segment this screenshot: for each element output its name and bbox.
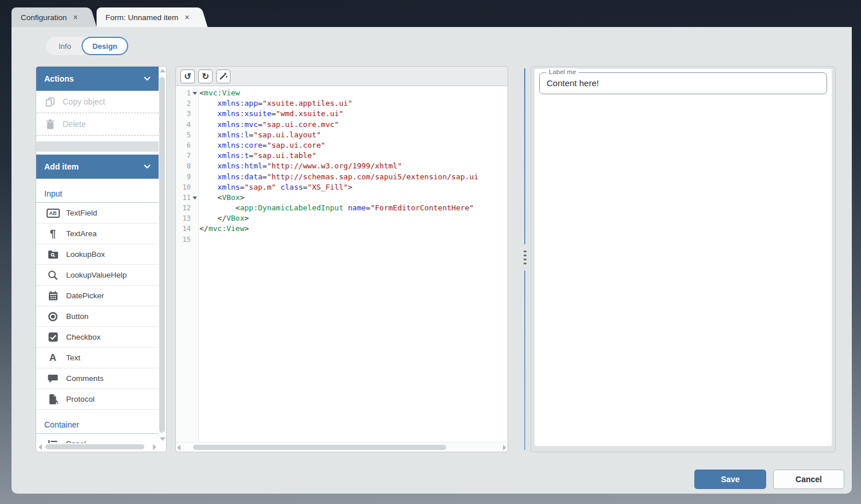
line-number: 6 — [176, 140, 198, 151]
chevron-down-icon — [144, 76, 151, 81]
close-icon[interactable]: × — [184, 13, 189, 21]
undo-button[interactable]: ↺ — [180, 70, 195, 83]
line-number: 10 — [176, 182, 198, 193]
text-icon: A — [42, 353, 64, 363]
action-copy-object[interactable]: Copy object — [36, 91, 159, 113]
code-line: xmlns:app="xsuite.apptiles.ui" — [199, 98, 508, 109]
add-item-datepicker[interactable]: DatePicker — [36, 286, 159, 306]
item-label: Button — [66, 312, 89, 321]
action-delete[interactable]: Delete — [36, 113, 159, 136]
tab-form-unnamed-item[interactable]: Form: Unnamed item × — [97, 7, 198, 27]
field-value[interactable]: Content here! — [547, 78, 820, 88]
comments-icon — [42, 374, 64, 383]
add-item-comments[interactable]: Comments — [36, 368, 159, 389]
close-icon[interactable]: × — [73, 13, 78, 21]
toggle-option-info[interactable]: Info — [46, 42, 82, 51]
scrollbar-thumb[interactable] — [45, 444, 144, 449]
scrollbar-thumb[interactable] — [159, 77, 165, 433]
scroll-right-arrow-icon[interactable] — [503, 445, 506, 451]
main-content: Info Design Actions Copy objectDelete Ad… — [11, 27, 852, 494]
code-line: xmlns:mvc="sap.ui.core.mvc" — [199, 120, 508, 130]
datepicker-icon — [42, 291, 64, 301]
button-icon — [42, 311, 64, 322]
line-number: 7 — [176, 151, 198, 161]
code-line: xmlns:data="http://schemas.sap.com/sapui… — [199, 172, 508, 182]
code-line — [199, 234, 508, 245]
sidebar-scroll-area: Actions Copy objectDelete Add item Input… — [36, 67, 159, 443]
add-item-textarea[interactable]: ¶TextArea — [36, 224, 159, 244]
info-design-toggle: Info Design — [46, 37, 128, 55]
line-number: 15 — [176, 234, 198, 245]
item-label: TextField — [66, 209, 97, 217]
textfield-icon: AB — [42, 209, 64, 218]
add-item-section-header[interactable]: Add item — [36, 155, 159, 179]
sidebar-vertical-scrollbar[interactable] — [159, 68, 166, 442]
code-line: xmlns="sap.m" class="XS_Fill"> — [199, 182, 508, 193]
tab-configuration[interactable]: Configuration × — [11, 7, 86, 27]
checkbox-icon — [42, 332, 64, 342]
panel-splitter[interactable] — [520, 66, 530, 452]
scroll-left-arrow-icon[interactable] — [39, 444, 42, 450]
scroll-right-arrow-icon[interactable] — [153, 444, 156, 450]
scroll-down-arrow-icon[interactable] — [160, 437, 166, 441]
item-label: Comments — [66, 374, 103, 383]
section-label-container: Container — [36, 417, 159, 434]
action-label: Copy object — [63, 97, 105, 106]
redo-icon: ↻ — [202, 71, 209, 82]
splitter-grip-icon[interactable] — [521, 244, 528, 271]
code-text[interactable]: <mvc:View xmlns:app="xsuite.apptiles.ui"… — [199, 88, 508, 441]
add-item-protocol[interactable]: Protocol — [36, 389, 159, 410]
add-item-lookupvaluehelp[interactable]: LookupValueHelp — [36, 265, 159, 286]
sidebar-horizontal-scrollbar[interactable] — [37, 443, 157, 451]
actions-section-header[interactable]: Actions — [36, 67, 159, 91]
sidebar-panel: Actions Copy objectDelete Add item Input… — [36, 66, 167, 452]
scroll-left-arrow-icon[interactable] — [177, 445, 180, 451]
scroll-up-arrow-icon[interactable] — [160, 69, 166, 72]
item-label: Text — [66, 353, 80, 362]
line-number: 12 — [176, 203, 198, 213]
editor-horizontal-scrollbar[interactable] — [176, 442, 508, 452]
lookupbox-icon — [42, 250, 64, 259]
dynamic-labeled-input[interactable]: Label me Content here! — [539, 72, 827, 94]
undo-icon: ↺ — [184, 71, 191, 82]
line-number: 11 — [176, 193, 198, 203]
code-line: xmlns:core="sap.ui.core" — [199, 140, 508, 151]
save-button[interactable]: Save — [694, 470, 766, 489]
copy-icon — [44, 97, 56, 107]
line-number: 8 — [176, 161, 198, 171]
sidebar-spacer — [36, 141, 159, 152]
fold-caret-icon[interactable] — [193, 197, 197, 199]
add-item-panel[interactable]: Panel — [36, 434, 159, 443]
cancel-button[interactable]: Cancel — [773, 470, 844, 489]
trash-icon — [44, 120, 56, 129]
add-item-button[interactable]: Button — [36, 306, 159, 327]
add-item-text[interactable]: AText — [36, 348, 159, 368]
code-line: xmlns:t="sap.ui.table" — [199, 151, 508, 161]
add-item-textfield[interactable]: ABTextField — [36, 203, 159, 224]
code-line: xmlns:l="sap.ui.layout" — [199, 130, 508, 140]
tab-configuration-label: Configuration — [21, 13, 67, 22]
line-number: 1 — [176, 88, 198, 98]
redo-button[interactable]: ↻ — [198, 70, 213, 83]
field-label: Label me — [546, 68, 579, 75]
toggle-option-design[interactable]: Design — [82, 37, 128, 55]
form-preview-panel: Label me Content here! — [531, 66, 836, 452]
add-item-lookupbox[interactable]: LookupBox — [36, 244, 159, 265]
add-item-checkbox[interactable]: Checkbox — [36, 327, 159, 348]
tab-bar: Configuration × Form: Unnamed item × — [11, 7, 197, 27]
code-area[interactable]: 123456789101112131415 <mvc:View xmlns:ap… — [176, 86, 508, 452]
action-label: Delete — [63, 120, 86, 129]
auto-format-button[interactable] — [216, 70, 230, 83]
code-line: </VBox> — [199, 213, 508, 224]
fold-caret-icon[interactable] — [193, 92, 197, 95]
add-item-sections: InputABTextField¶TextAreaLookupBoxLookup… — [36, 186, 159, 443]
scrollbar-thumb[interactable] — [193, 445, 446, 450]
code-line: </mvc:View> — [199, 224, 508, 234]
lookupvaluehelp-icon — [42, 270, 64, 280]
item-label: LookupValueHelp — [66, 271, 127, 279]
item-label: DatePicker — [66, 291, 104, 300]
line-number: 3 — [176, 109, 198, 119]
code-editor-panel: ↺ ↻ 123456789101112131415 <mvc:View xmln… — [175, 66, 508, 452]
item-label: Checkbox — [66, 333, 101, 341]
line-number: 14 — [176, 224, 198, 234]
